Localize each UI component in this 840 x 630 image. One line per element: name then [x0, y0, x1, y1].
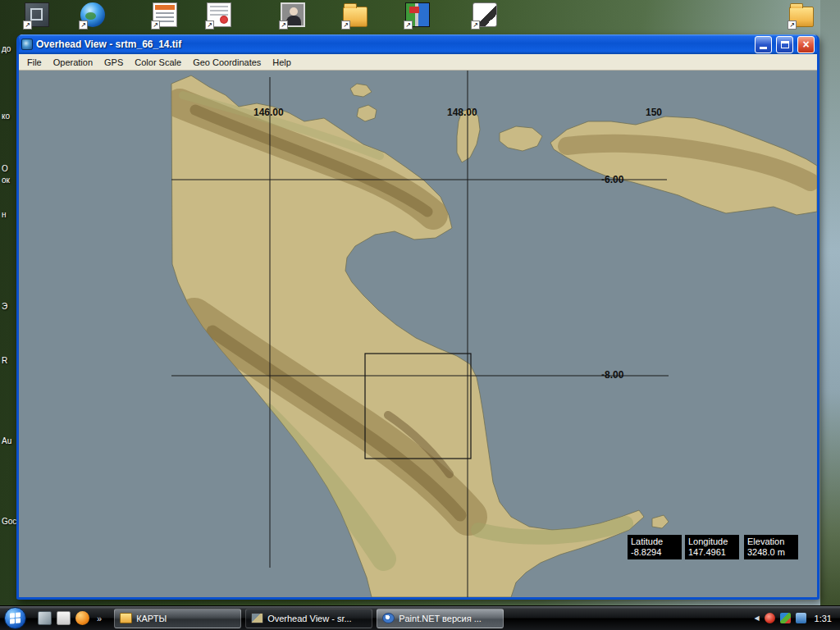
folder-icon [120, 613, 132, 623]
quick-launch-bar: » [38, 611, 104, 625]
menu-color-scale[interactable]: Color Scale [129, 56, 187, 69]
maximize-button[interactable] [776, 36, 793, 53]
menu-geo-coordinates[interactable]: Geo Coordinates [187, 56, 267, 69]
task-buttons: КАРТЫ Overhead View - sr... Paint.NET ве… [114, 609, 504, 628]
desktop-icon-map-image[interactable]: ↗ [404, 2, 431, 30]
desktop-wallpaper-sliver [820, 0, 840, 630]
grid-label-lon-146: 146.00 [253, 107, 284, 118]
system-tray: ◀ 1:31 [754, 613, 840, 623]
menu-bar: File Operation GPS Color Scale Geo Coord… [19, 54, 817, 71]
desktop-label-fragment: н [2, 210, 7, 219]
minimize-button[interactable] [755, 36, 772, 53]
tray-antivirus-icon[interactable] [765, 613, 775, 623]
desktop: до ко О ок н Э R Au Goc ↗ ↗ ↗ ↗ ↗ ↗ ↗ ↗ … [0, 0, 840, 630]
quicklaunch-icon-1[interactable] [38, 611, 52, 625]
menu-gps[interactable]: GPS [98, 56, 129, 69]
desktop-label-fragment: Э [2, 302, 7, 311]
desktop-icon-photo[interactable]: ↗ [279, 2, 307, 30]
shortcut-arrow-icon: ↗ [279, 21, 288, 30]
desktop-label-fragment: О [2, 164, 8, 173]
desktop-label-fragment: Goc [2, 517, 16, 526]
elevation-readout: Elevation 3248.0 m [744, 535, 798, 559]
elevation-label: Elevation [747, 536, 795, 547]
desktop-label-fragment: ок [2, 176, 10, 185]
menu-operation[interactable]: Operation [48, 56, 98, 69]
taskbar-button-paintdotnet[interactable]: Paint.NET версия ... [377, 609, 504, 628]
start-button[interactable] [4, 607, 26, 629]
desktop-label-fragment: R [2, 356, 7, 365]
taskbar-button-overhead-view[interactable]: Overhead View - sr... [245, 609, 372, 628]
taskbar-button-label: Paint.NET версия ... [399, 614, 482, 623]
desktop-icon-document[interactable]: ↗ [151, 2, 179, 30]
desktop-icon-folder-right[interactable]: ↗ [788, 2, 815, 30]
tray-expand-chevron-icon[interactable]: ◀ [754, 614, 759, 622]
shortcut-arrow-icon: ↗ [471, 21, 480, 30]
grid-label-lon-150: 150 [646, 107, 662, 118]
windows-flag-icon [10, 612, 21, 623]
desktop-label-fragment: Au [2, 436, 11, 445]
desktop-icon-3d-model[interactable]: ↗ [23, 2, 51, 30]
taskbar-button-karty[interactable]: КАРТЫ [114, 609, 241, 628]
taskbar-button-label: Overhead View - sr... [267, 614, 352, 623]
shortcut-arrow-icon: ↗ [341, 21, 350, 30]
grid-label-lat-6: -6.00 [601, 174, 623, 185]
elevation-value: 3248.0 m [747, 547, 795, 558]
maximize-icon [781, 41, 789, 48]
map-viewport[interactable]: 146.00 148.00 150 -6.00 -8.00 Latitude -… [19, 71, 817, 597]
window-titlebar[interactable]: Overhead View - srtm_66_14.tif × [19, 34, 817, 54]
tray-app-icon[interactable] [780, 613, 791, 623]
quicklaunch-icon-2[interactable] [57, 611, 71, 625]
shortcut-arrow-icon: ↗ [788, 21, 797, 30]
taskbar-clock: 1:31 [811, 614, 832, 623]
desktop-icon-paint-tool[interactable]: ↗ [471, 2, 499, 30]
longitude-readout: Longitude 147.4961 [685, 535, 739, 559]
overhead-view-icon [251, 613, 263, 623]
menu-file[interactable]: File [21, 56, 48, 69]
paintdotnet-icon [382, 613, 395, 623]
taskbar: » КАРТЫ Overhead View - sr... Paint.NET … [0, 605, 840, 630]
tray-network-icon[interactable] [796, 613, 806, 623]
desktop-label-fragment: ко [2, 112, 10, 121]
window-icon [21, 39, 33, 50]
shortcut-arrow-icon: ↗ [151, 21, 160, 30]
grid-label-lat-8: -8.00 [601, 369, 623, 381]
quicklaunch-more-chevron[interactable]: » [94, 614, 104, 623]
desktop-icon-google-earth[interactable]: ↗ [79, 2, 107, 30]
quicklaunch-icon-3[interactable] [75, 611, 89, 625]
overhead-view-window: Overhead View - srtm_66_14.tif × File Op… [16, 34, 819, 600]
shortcut-arrow-icon: ↗ [23, 21, 32, 30]
desktop-icon-certificate[interactable]: ↗ [205, 2, 233, 30]
menu-help[interactable]: Help [267, 56, 297, 69]
desktop-label-fragment: до [2, 44, 11, 53]
longitude-value: 147.4961 [688, 547, 736, 558]
latitude-value: -8.8294 [631, 547, 678, 558]
desktop-icon-folder[interactable]: ↗ [341, 2, 369, 30]
minimize-icon [760, 47, 767, 49]
close-button[interactable]: × [797, 36, 815, 53]
grid-label-lon-148: 148.00 [447, 107, 477, 118]
shortcut-arrow-icon: ↗ [205, 21, 214, 30]
latitude-readout: Latitude -8.8294 [628, 535, 682, 559]
longitude-label: Longitude [688, 536, 736, 547]
taskbar-button-label: КАРТЫ [136, 614, 167, 623]
map-canvas[interactable] [19, 71, 817, 597]
window-title: Overhead View - srtm_66_14.tif [36, 39, 751, 50]
shortcut-arrow-icon: ↗ [404, 21, 413, 30]
shortcut-arrow-icon: ↗ [79, 21, 88, 30]
latitude-label: Latitude [631, 536, 678, 547]
